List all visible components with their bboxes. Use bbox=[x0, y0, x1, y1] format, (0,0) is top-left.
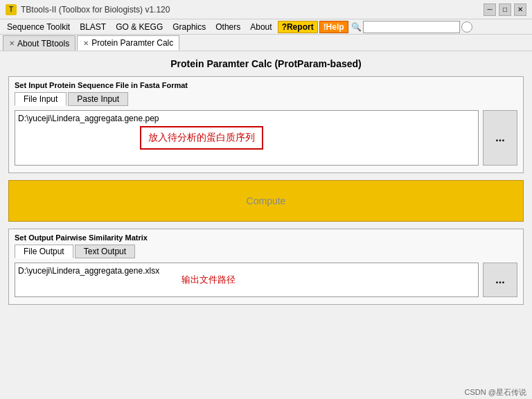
search-area: 🔍 bbox=[351, 21, 472, 33]
output-section-label: Set Output Pairwise Similarity Matrix bbox=[15, 233, 517, 242]
input-section-label: Set Input Protein Sequence File in Fasta… bbox=[15, 81, 517, 89]
search-input[interactable] bbox=[363, 21, 460, 33]
tab-about-tbtools[interactable]: ✕ About TBtools bbox=[3, 35, 76, 51]
menu-item-help[interactable]: !Help bbox=[319, 21, 348, 33]
input-inner-tabs: File Input Paste Input bbox=[15, 92, 517, 106]
main-content: Protein Paramter Calc (ProtParam-based) … bbox=[0, 51, 532, 399]
tab-close-icon-protein[interactable]: ✕ bbox=[83, 39, 89, 47]
output-tab-file[interactable]: File Output bbox=[15, 245, 73, 258]
footer-text: CSDN @星石传说 bbox=[465, 388, 526, 396]
maximize-button[interactable]: □ bbox=[499, 3, 511, 16]
menu-item-blast[interactable]: BLAST bbox=[76, 21, 110, 33]
menu-item-report[interactable]: ?Report bbox=[278, 21, 318, 33]
input-file-value: D:\yuceji\Lindera_aggregata.gene.pep bbox=[18, 114, 159, 123]
tab-label-about: About TBtools bbox=[17, 39, 69, 48]
menu-item-graphics[interactable]: Graphics bbox=[168, 21, 210, 33]
page-title: Protein Paramter Calc (ProtParam-based) bbox=[8, 58, 524, 69]
tab-label-protein: Protein Paramter Calc bbox=[91, 38, 173, 48]
input-tab-paste[interactable]: Paste Input bbox=[68, 92, 128, 106]
input-annotation: 放入待分析的蛋白质序列 bbox=[140, 126, 263, 150]
title-bar: T TBtools-II (Toolbox for Biologists) v1… bbox=[0, 0, 532, 19]
input-file-textbox[interactable]: D:\yuceji\Lindera_aggregata.gene.pep 放入待… bbox=[15, 110, 479, 166]
menu-item-about[interactable]: About bbox=[246, 21, 276, 33]
search-icon: 🔍 bbox=[351, 22, 362, 32]
output-inner-tabs: File Output Text Output bbox=[15, 245, 517, 258]
output-annotation: 输出文件路径 bbox=[181, 274, 236, 286]
compute-button[interactable]: Compute bbox=[247, 195, 286, 206]
output-section: Set Output Pairwise Similarity Matrix Fi… bbox=[8, 229, 524, 305]
minimize-button[interactable]: ─ bbox=[484, 3, 496, 16]
input-tab-file[interactable]: File Input bbox=[15, 92, 66, 106]
search-radio[interactable] bbox=[461, 21, 472, 33]
input-file-row: D:\yuceji\Lindera_aggregata.gene.pep 放入待… bbox=[15, 110, 517, 166]
title-bar-controls: ─ □ ✕ bbox=[484, 3, 526, 16]
output-tab-text[interactable]: Text Output bbox=[75, 245, 135, 258]
tab-protein-paramter-calc[interactable]: ✕ Protein Paramter Calc bbox=[77, 35, 179, 51]
app-icon: T bbox=[6, 4, 17, 15]
tab-close-icon-about[interactable]: ✕ bbox=[9, 39, 15, 47]
input-browse-button[interactable]: ... bbox=[483, 110, 517, 166]
footer: CSDN @星石传说 bbox=[459, 386, 532, 399]
output-file-value: D:\yuceji\Lindera_aggregata.gene.xlsx bbox=[18, 266, 159, 276]
output-file-row: D:\yuceji\Lindera_aggregata.gene.xlsx 输出… bbox=[15, 263, 517, 297]
input-section: Set Input Protein Sequence File in Fasta… bbox=[8, 76, 524, 173]
close-button[interactable]: ✕ bbox=[514, 3, 526, 16]
tabs-row: ✕ About TBtools ✕ Protein Paramter Calc bbox=[0, 35, 532, 51]
output-file-textbox[interactable]: D:\yuceji\Lindera_aggregata.gene.xlsx 输出… bbox=[15, 263, 479, 297]
menu-item-others[interactable]: Others bbox=[211, 21, 245, 33]
menu-item-seq-toolkit[interactable]: Sequence Toolkit bbox=[3, 21, 74, 33]
title-bar-text: TBtools-II (Toolbox for Biologists) v1.1… bbox=[21, 5, 484, 15]
menu-item-go-kegg[interactable]: GO & KEGG bbox=[112, 21, 167, 33]
compute-area[interactable]: Compute bbox=[8, 180, 524, 222]
menu-bar: Sequence Toolkit BLAST GO & KEGG Graphic… bbox=[0, 19, 532, 35]
output-browse-button[interactable]: ... bbox=[483, 263, 517, 297]
